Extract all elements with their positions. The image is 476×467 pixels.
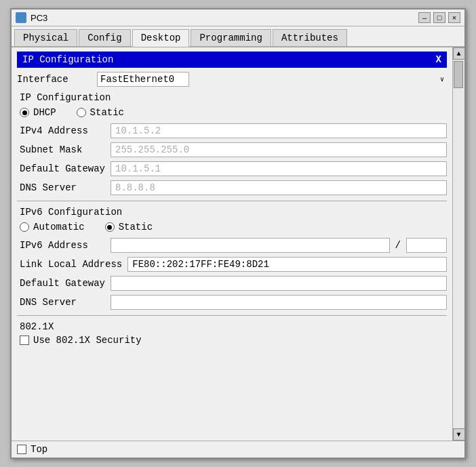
bottom-bar: Top bbox=[12, 441, 464, 458]
scroll-up-button[interactable]: ▲ bbox=[453, 47, 465, 60]
ipv6-static-label: Static bbox=[119, 222, 153, 232]
dns-server-label: DNS Server bbox=[17, 182, 105, 193]
ip-config-sub-title: IP Configuration bbox=[20, 92, 447, 103]
tab-bar: Physical Config Desktop Programming Attr… bbox=[12, 26, 464, 47]
static-radio[interactable] bbox=[77, 108, 86, 117]
dns-server-row: DNS Server bbox=[17, 180, 447, 195]
link-local-input[interactable] bbox=[127, 257, 447, 272]
interface-select[interactable]: FastEthernet0 bbox=[97, 72, 189, 87]
ipv6-automatic-option[interactable]: Automatic bbox=[20, 222, 85, 232]
dhcp-radio[interactable] bbox=[20, 108, 29, 117]
dns-server-input[interactable] bbox=[111, 180, 447, 195]
default-gateway-label: Default Gateway bbox=[17, 163, 105, 174]
link-local-label: Link Local Address bbox=[17, 259, 122, 270]
ipv6-prefix-input[interactable] bbox=[406, 238, 447, 253]
ipv4-address-input[interactable] bbox=[111, 123, 447, 138]
ip-config-title: IP Configuration bbox=[22, 54, 113, 65]
tab-config[interactable]: Config bbox=[79, 29, 130, 46]
ipv6-address-input[interactable] bbox=[111, 238, 390, 253]
ipv6-slash: / bbox=[395, 240, 401, 251]
ipv6-gateway-input[interactable] bbox=[111, 276, 447, 291]
ipv6-automatic-radio[interactable] bbox=[20, 222, 29, 232]
top-label: Top bbox=[31, 444, 47, 455]
content-area: IP Configuration X Interface FastEtherne… bbox=[12, 47, 464, 441]
tab-desktop[interactable]: Desktop bbox=[132, 29, 190, 47]
main-window: PC3 – □ × Physical Config Desktop Progra… bbox=[10, 8, 466, 459]
scroll-down-button[interactable]: ▼ bbox=[453, 428, 465, 441]
app-icon bbox=[16, 12, 26, 23]
dhcp-option[interactable]: DHCP bbox=[20, 107, 56, 118]
section-802-title: 802.1X bbox=[20, 321, 447, 332]
ip-config-close[interactable]: X bbox=[436, 54, 441, 65]
ipv6-dns-label: DNS Server bbox=[17, 297, 105, 308]
subnet-mask-input[interactable] bbox=[111, 142, 447, 157]
ipv6-gateway-row: Default Gateway bbox=[17, 276, 447, 291]
tab-attributes[interactable]: Attributes bbox=[273, 29, 347, 46]
ipv4-address-label: IPv4 Address bbox=[17, 125, 105, 136]
ipv6-mode-radio-row: Automatic Static bbox=[20, 222, 447, 232]
interface-label: Interface bbox=[17, 74, 92, 85]
close-button[interactable]: × bbox=[448, 12, 460, 23]
maximize-button[interactable]: □ bbox=[433, 12, 445, 23]
scrollbar[interactable]: ▲ ▼ bbox=[452, 47, 464, 441]
minimize-button[interactable]: – bbox=[418, 12, 431, 23]
window-title: PC3 bbox=[31, 13, 414, 23]
ipv6-address-row: IPv6 Address / bbox=[17, 238, 447, 253]
use-802-row: Use 802.1X Security bbox=[20, 335, 447, 346]
ipv4-address-row: IPv4 Address bbox=[17, 123, 447, 138]
static-label: Static bbox=[90, 107, 124, 118]
ipv6-config-sub-title: IPv6 Configuration bbox=[20, 207, 447, 218]
interface-select-wrapper: FastEthernet0 bbox=[97, 72, 447, 87]
top-checkbox[interactable] bbox=[17, 445, 26, 454]
ipv6-static-radio[interactable] bbox=[105, 222, 115, 232]
use-802-checkbox[interactable] bbox=[20, 336, 29, 345]
ipv6-static-option[interactable]: Static bbox=[105, 222, 153, 232]
ipv6-automatic-label: Automatic bbox=[33, 222, 85, 232]
tab-physical[interactable]: Physical bbox=[14, 29, 77, 46]
section-divider bbox=[17, 201, 447, 201]
scroll-track[interactable] bbox=[453, 60, 464, 428]
window-controls: – □ × bbox=[418, 12, 460, 23]
subnet-mask-row: Subnet Mask bbox=[17, 142, 447, 157]
ipv6-dns-input[interactable] bbox=[111, 295, 447, 310]
use-802-label: Use 802.1X Security bbox=[33, 335, 142, 346]
default-gateway-input[interactable] bbox=[111, 161, 447, 176]
section-divider-2 bbox=[17, 315, 447, 316]
ipv6-gateway-label: Default Gateway bbox=[17, 278, 105, 289]
default-gateway-row: Default Gateway bbox=[17, 161, 447, 176]
ip-config-header: IP Configuration X bbox=[17, 52, 447, 68]
link-local-row: Link Local Address bbox=[17, 257, 447, 272]
ip-mode-radio-row: DHCP Static bbox=[20, 107, 447, 118]
ipv6-address-label: IPv6 Address bbox=[17, 240, 105, 251]
static-option[interactable]: Static bbox=[77, 107, 124, 118]
ipv6-dns-row: DNS Server bbox=[17, 295, 447, 310]
title-bar: PC3 – □ × bbox=[12, 9, 464, 26]
dhcp-label: DHCP bbox=[33, 107, 56, 118]
interface-row: Interface FastEthernet0 bbox=[17, 72, 447, 87]
tab-programming[interactable]: Programming bbox=[191, 29, 271, 46]
subnet-mask-label: Subnet Mask bbox=[17, 144, 105, 155]
scroll-thumb[interactable] bbox=[454, 61, 463, 88]
main-panel: IP Configuration X Interface FastEtherne… bbox=[12, 47, 452, 441]
